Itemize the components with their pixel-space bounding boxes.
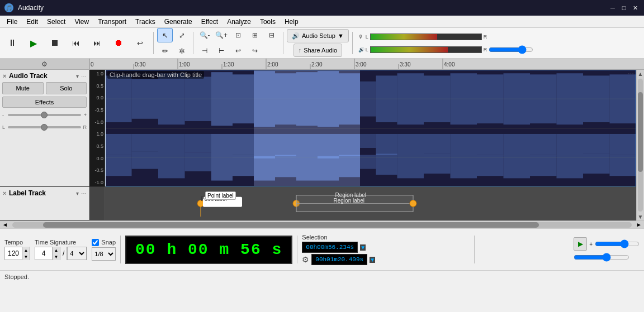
svg-rect-33 — [296, 72, 318, 99]
menu-help[interactable]: Help — [280, 17, 303, 27]
multi-tool-button[interactable]: ✲ — [174, 44, 190, 58]
close-button[interactable]: ✕ — [631, 3, 640, 12]
redo-button[interactable]: ↪ — [247, 44, 263, 58]
undo-button[interactable]: ↩ — [230, 44, 246, 58]
maximize-button[interactable]: □ — [619, 3, 628, 12]
zoom-fit-v-button[interactable]: ⊟ — [264, 28, 280, 42]
vertical-scrollbar[interactable]: ▲ ▼ — [636, 70, 644, 220]
label-track-dropdown-icon[interactable]: ▾ — [76, 190, 79, 196]
stop-button[interactable]: ⏹ — [45, 33, 65, 53]
h-scroll-thumb[interactable] — [43, 222, 539, 228]
svg-rect-29 — [211, 72, 233, 99]
svg-rect-103 — [376, 153, 397, 175]
playback-row-2 — [574, 253, 640, 262]
playback-volume-slider[interactable] — [489, 46, 533, 53]
menu-tracks[interactable]: Tracks — [131, 17, 160, 27]
trim-right-button[interactable]: ⊢ — [214, 44, 229, 58]
trim-left-button[interactable]: ⊣ — [197, 44, 212, 58]
audio-track-dropdown-icon[interactable]: ▾ — [76, 73, 79, 79]
svg-rect-65 — [530, 99, 557, 123]
menu-edit[interactable]: Edit — [22, 17, 42, 27]
scroll-left-button[interactable]: ◄ — [0, 222, 10, 228]
envelope-tool-button[interactable]: ⤢ — [174, 28, 190, 42]
time-sig-num-up[interactable]: ▲ — [52, 247, 60, 253]
play-small-button[interactable]: ▶ — [574, 237, 587, 251]
label-track-more-button[interactable]: ⋯ — [81, 190, 87, 196]
scale-0-0-bot: 0.0 — [91, 156, 103, 161]
ruler-settings-icon[interactable]: ⚙ — [41, 60, 48, 68]
svg-rect-79 — [339, 134, 360, 156]
svg-text:3:00: 3:00 — [356, 61, 367, 68]
pan-slider[interactable] — [8, 123, 81, 131]
h-scroll-track[interactable] — [12, 222, 632, 228]
svg-rect-53 — [254, 99, 275, 127]
svg-text:4:00: 4:00 — [444, 61, 455, 68]
playback-level-slider[interactable] — [574, 253, 629, 262]
tempo-input[interactable]: 120 ▲ ▼ — [4, 247, 30, 260]
scroll-track[interactable] — [638, 79, 643, 212]
scroll-down-button[interactable]: ▼ — [637, 213, 644, 220]
tempo-up-button[interactable]: ▲ — [22, 247, 30, 253]
svg-text:2:30: 2:30 — [311, 61, 323, 68]
menu-tools[interactable]: Tools — [255, 17, 280, 27]
horizontal-scrollbar[interactable]: ◄ ► — [0, 220, 644, 228]
time-sig-denominator-select[interactable]: 4 8 16 — [67, 247, 87, 260]
time-sig-num-input[interactable]: 4 ▲ ▼ — [35, 247, 60, 260]
skip-forward-button[interactable]: ⏭ — [87, 33, 107, 53]
scroll-up-button[interactable]: ▲ — [637, 70, 644, 78]
time-sig-den-input[interactable]: 4 8 16 — [67, 247, 87, 260]
audio-track-close-button[interactable]: ✕ — [2, 73, 7, 79]
svg-rect-41 — [477, 74, 504, 99]
menu-view[interactable]: View — [70, 17, 93, 27]
zoom-out-button[interactable]: 🔍- — [197, 28, 212, 42]
svg-rect-83 — [424, 134, 451, 154]
menu-generate[interactable]: Generate — [160, 17, 197, 27]
share-audio-label: Share Audio — [304, 47, 337, 54]
minimize-button[interactable]: ─ — [608, 3, 617, 12]
menu-transport[interactable]: Transport — [93, 17, 131, 27]
record-button[interactable]: ⏺ — [108, 33, 129, 53]
svg-rect-69 — [105, 134, 132, 155]
zoom-fit-button[interactable]: ⊞ — [247, 28, 263, 42]
tempo-down-button[interactable]: ▼ — [22, 253, 30, 260]
snap-checkbox[interactable] — [92, 239, 99, 246]
sel-time2-dropdown[interactable]: ▼ — [370, 257, 375, 263]
sel-gear-icon[interactable]: ⚙ — [302, 255, 309, 264]
scroll-thumb[interactable] — [638, 92, 643, 172]
svg-rect-60 — [397, 99, 424, 124]
sel-time1-dropdown[interactable]: ▼ — [360, 244, 366, 251]
tempo-label: Tempo — [4, 239, 30, 246]
snap-value-select[interactable]: 1/8 1/4 1/2 1 — [92, 247, 116, 261]
playback-speed-slider[interactable] — [595, 239, 640, 248]
scroll-right-button[interactable]: ► — [634, 222, 644, 228]
time-sig-num-down[interactable]: ▼ — [52, 253, 60, 260]
label-track-close-button[interactable]: ✕ — [2, 190, 7, 196]
play-button[interactable]: ▶ — [23, 33, 44, 53]
zoom-in-button[interactable]: 🔍+ — [214, 28, 229, 42]
clip-more-button[interactable]: ⋯ — [628, 71, 634, 78]
gain-slider[interactable] — [8, 111, 81, 119]
menu-file[interactable]: File — [2, 17, 22, 27]
effects-button[interactable]: Effects — [2, 97, 87, 108]
svg-text:3:30: 3:30 — [400, 61, 411, 68]
scale-n0-5-top: -0.5 — [91, 107, 103, 113]
zoom-select-button[interactable]: ⊡ — [230, 28, 246, 42]
solo-button[interactable]: Solo — [46, 82, 87, 94]
menu-analyze[interactable]: Analyze — [222, 17, 255, 27]
share-audio-button[interactable]: ↑ Share Audio — [293, 44, 342, 57]
loop-button[interactable]: ↩ — [130, 33, 150, 53]
menu-select[interactable]: Select — [42, 17, 70, 27]
svg-rect-84 — [451, 134, 477, 156]
pause-button[interactable]: ⏸ — [2, 33, 22, 53]
svg-rect-51 — [211, 99, 233, 126]
audio-setup-button[interactable]: 🔊 Audio Setup ▼ — [287, 29, 349, 42]
svg-rect-88 — [557, 134, 584, 156]
cursor-tool-button[interactable]: ↖ — [157, 28, 173, 42]
skip-back-button[interactable]: ⏮ — [66, 33, 86, 53]
app-title: Audacity — [18, 4, 44, 12]
mute-button[interactable]: Mute — [2, 82, 44, 94]
audio-track-more-button[interactable]: ⋯ — [81, 73, 87, 79]
draw-tool-button[interactable]: ✏ — [157, 44, 173, 58]
menu-effect[interactable]: Effect — [197, 17, 222, 27]
point-label-text: Point label — [205, 191, 236, 200]
